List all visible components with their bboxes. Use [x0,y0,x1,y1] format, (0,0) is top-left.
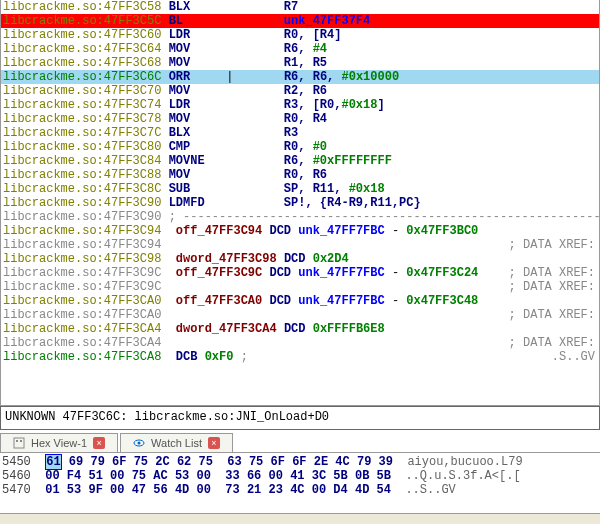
hex-row[interactable]: 5470 01 53 9F 00 47 56 4D 00 73 21 23 4C… [2,483,598,497]
disasm-line[interactable]: libcrackme.so:47FF3C6C ORR | R6, R6, #0x… [1,70,599,84]
disassembly-view[interactable]: libcrackme.so:47FF3C58 BLX R7libcrackme.… [0,0,600,406]
hex-row[interactable]: 5460 00 F4 51 00 75 AC 53 00 33 66 00 41… [2,469,598,483]
tab-label: Hex View-1 [31,437,87,449]
disasm-line[interactable]: libcrackme.so:47FF3C94 off_47FF3C94 DCD … [1,224,599,238]
svg-rect-0 [14,438,24,448]
svg-rect-1 [16,440,18,442]
disasm-line[interactable]: libcrackme.so:47FF3C90 ; ---------------… [1,210,599,224]
disasm-line[interactable]: libcrackme.so:47FF3C5C BL unk_47FF37F4 [1,14,599,28]
disasm-line[interactable]: libcrackme.so:47FF3C8C SUB SP, R11, #0x1… [1,182,599,196]
disasm-line[interactable]: libcrackme.so:47FF3CA4 dword_47FF3CA4 DC… [1,322,599,336]
tab-watch-list[interactable]: Watch List × [120,433,233,452]
close-icon[interactable]: × [208,437,220,449]
bottom-tabs: Hex View-1 × Watch List × [0,430,600,453]
hex-row[interactable]: 5450 61 69 79 6F 75 2C 62 75 63 75 6F 6F… [2,455,598,469]
hex-icon [13,437,25,449]
disasm-line[interactable]: libcrackme.so:47FF3C9C ; DATA XREF: [1,280,599,294]
disasm-line[interactable]: libcrackme.so:47FF3C78 MOV R0, R4 [1,112,599,126]
disasm-line[interactable]: libcrackme.so:47FF3C74 LDR R3, [R0,#0x18… [1,98,599,112]
disasm-line[interactable]: libcrackme.so:47FF3CA0 off_47FF3CA0 DCD … [1,294,599,308]
tab-label: Watch List [151,437,202,449]
svg-rect-2 [20,440,22,442]
disasm-line[interactable]: libcrackme.so:47FF3C84 MOVNE R6, #0xFFFF… [1,154,599,168]
disasm-line[interactable]: libcrackme.so:47FF3C98 dword_47FF3C98 DC… [1,252,599,266]
disasm-line[interactable]: libcrackme.so:47FF3C80 CMP R0, #0 [1,140,599,154]
disasm-line[interactable]: libcrackme.so:47FF3CA0 ; DATA XREF: [1,308,599,322]
disasm-line[interactable]: libcrackme.so:47FF3CA4 ; DATA XREF: [1,336,599,350]
disasm-line[interactable]: libcrackme.so:47FF3C9C off_47FF3C9C DCD … [1,266,599,280]
svg-point-4 [138,442,141,445]
disasm-line[interactable]: libcrackme.so:47FF3C60 LDR R0, [R4] [1,28,599,42]
disasm-line[interactable]: libcrackme.so:47FF3C7C BLX R3 [1,126,599,140]
disasm-line[interactable]: libcrackme.so:47FF3CA8 DCB 0xF0 ;.S..GV [1,350,599,364]
bottom-bar [0,513,600,524]
disasm-line[interactable]: libcrackme.so:47FF3C90 LDMFD SP!, {R4-R9… [1,196,599,210]
close-icon[interactable]: × [93,437,105,449]
disasm-line[interactable]: libcrackme.so:47FF3C88 MOV R0, R6 [1,168,599,182]
status-bar: UNKNOWN 47FF3C6C: libcrackme.so:JNI_OnLo… [0,406,600,430]
disasm-line[interactable]: libcrackme.so:47FF3C94 ; DATA XREF: [1,238,599,252]
watch-icon [133,437,145,449]
disasm-line[interactable]: libcrackme.so:47FF3C64 MOV R6, #4 [1,42,599,56]
tab-hex-view[interactable]: Hex View-1 × [0,433,118,452]
disasm-line[interactable]: libcrackme.so:47FF3C58 BLX R7 [1,0,599,14]
disasm-line[interactable]: libcrackme.so:47FF3C68 MOV R1, R5 [1,56,599,70]
disasm-line[interactable]: libcrackme.so:47FF3C70 MOV R2, R6 [1,84,599,98]
hex-view[interactable]: 5450 61 69 79 6F 75 2C 62 75 63 75 6F 6F… [0,453,600,513]
